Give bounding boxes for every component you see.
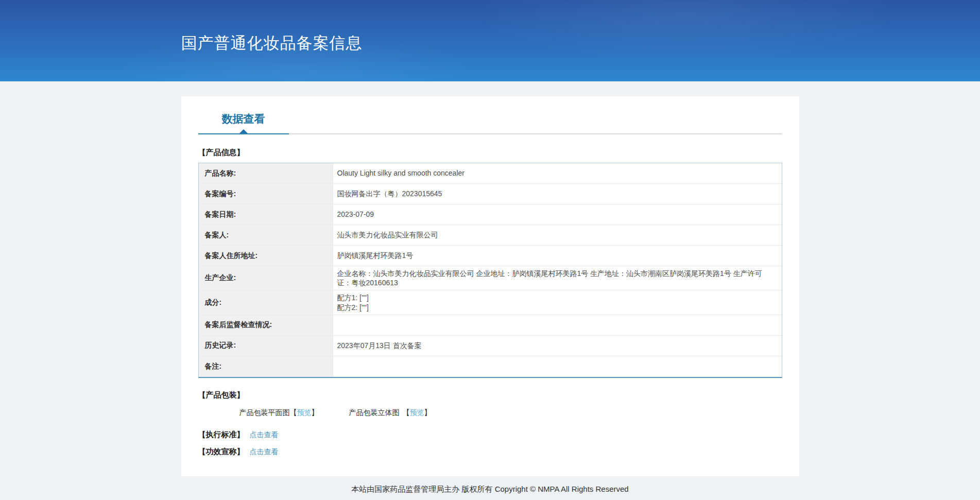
row-value-cell: 胪岗镇溪尾村环美路1号	[333, 246, 782, 266]
row-label: 成分:	[199, 290, 333, 314]
row-label: 备案后监督检查情况:	[199, 315, 333, 335]
row-label: 备案人:	[199, 225, 333, 245]
page-title: 国产普通化妆品备案信息	[181, 27, 799, 54]
row-label: 备案人住所地址:	[199, 246, 333, 266]
table-row-ingredients: 成分: 配方1: [""] 配方2: [""]	[199, 290, 782, 315]
copyright-text: 本站由国家药品监督管理局主办 版权所有 Copyright © NMPA All…	[351, 485, 628, 493]
packaging-flat-item: 产品包装平面图【预览】	[239, 408, 319, 418]
tab-data-view-label: 数据查看	[222, 113, 265, 125]
tab-active-indicator-icon	[239, 129, 248, 133]
table-row-filer: 备案人: 汕头市美力化妆品实业有限公司	[199, 225, 782, 246]
row-value-cell: 国妆网备出字（粤）2023015645	[333, 184, 782, 204]
tab-bar: 数据查看	[198, 112, 782, 134]
row-label: 生产企业:	[199, 266, 333, 290]
row-value-cell: 配方1: [""] 配方2: [""]	[333, 290, 782, 314]
table-row-remarks: 备注:	[199, 356, 782, 377]
row-label: 备案编号:	[199, 184, 333, 204]
efficacy-claim-view-link[interactable]: 点击查看	[250, 447, 279, 456]
page-header: 国产普通化妆品备案信息	[0, 0, 980, 81]
table-row-supervision-check: 备案后监督检查情况:	[199, 315, 782, 336]
row-label: 产品名称:	[199, 163, 333, 183]
packaging-flat-preview-link[interactable]: 预览	[297, 408, 312, 417]
row-label: 备注:	[199, 356, 333, 377]
packaging-stereo-label: 产品包装立体图	[349, 408, 399, 417]
product-info-heading: 【产品信息】	[198, 148, 782, 158]
row-label: 备案日期:	[199, 204, 333, 225]
tabbar-divider	[289, 133, 782, 134]
row-value: 2023年07月13日 首次备案	[337, 341, 422, 350]
table-row-filer-address: 备案人住所地址: 胪岗镇溪尾村环美路1号	[199, 246, 782, 266]
content-card: 数据查看 【产品信息】 产品名称: Olauty Light silky and…	[181, 96, 799, 476]
row-value-cell: 汕头市美力化妆品实业有限公司	[333, 225, 782, 245]
row-value: 汕头市美力化妆品实业有限公司	[337, 230, 438, 239]
row-value-cell: Olauty Light silky and smooth concealer	[333, 163, 782, 183]
row-value: 企业名称：汕头市美力化妆品实业有限公司 企业地址：胪岗镇溪尾村环美路1号 生产地…	[337, 269, 776, 287]
product-info-table: 产品名称: Olauty Light silky and smooth conc…	[198, 163, 782, 378]
table-row-product-name: 产品名称: Olauty Light silky and smooth conc…	[199, 163, 782, 184]
row-value-cell: 2023年07月13日 首次备案	[333, 336, 782, 356]
packaging-heading: 【产品包装】	[198, 390, 782, 400]
table-row-history: 历史记录: 2023年07月13日 首次备案	[199, 336, 782, 356]
row-value: 胪岗镇溪尾村环美路1号	[337, 251, 414, 260]
page-footer: 本站由国家药品监督管理局主办 版权所有 Copyright © NMPA All…	[0, 476, 980, 500]
tab-data-view[interactable]: 数据查看	[198, 112, 289, 134]
packaging-stereo-item: 产品包装立体图【预览】	[349, 408, 431, 418]
row-label: 历史记录:	[199, 336, 333, 356]
row-value: Olauty Light silky and smooth concealer	[337, 168, 465, 178]
execution-standard-view-link[interactable]: 点击查看	[250, 430, 279, 439]
packaging-stereo-preview-link[interactable]: 预览	[409, 408, 424, 417]
packaging-links-row: 产品包装平面图【预览】 产品包装立体图【预览】	[239, 408, 782, 418]
bracket-close: 】	[424, 408, 431, 417]
execution-standard-row: 【执行标准】点击查看	[198, 430, 782, 440]
table-row-manufacturer: 生产企业: 企业名称：汕头市美力化妆品实业有限公司 企业地址：胪岗镇溪尾村环美路…	[199, 266, 782, 290]
row-value: 配方1: [""] 配方2: [""]	[337, 293, 369, 312]
bracket-close: 】	[312, 408, 319, 417]
execution-standard-heading: 【执行标准】	[198, 430, 245, 439]
row-value-cell: 2023-07-09	[333, 204, 782, 225]
efficacy-claim-heading: 【功效宣称】	[198, 447, 245, 456]
row-value: 国妆网备出字（粤）2023015645	[337, 189, 442, 198]
row-value-cell	[333, 356, 782, 377]
bracket-open: 【	[290, 408, 297, 417]
table-row-filing-number: 备案编号: 国妆网备出字（粤）2023015645	[199, 184, 782, 204]
row-value-cell: 企业名称：汕头市美力化妆品实业有限公司 企业地址：胪岗镇溪尾村环美路1号 生产地…	[333, 266, 782, 290]
row-value: 2023-07-09	[337, 210, 374, 219]
row-value-cell	[333, 315, 782, 335]
bracket-open: 【	[402, 408, 409, 417]
packaging-flat-label: 产品包装平面图	[239, 408, 290, 417]
efficacy-claim-row: 【功效宣称】点击查看	[198, 447, 782, 457]
table-row-filing-date: 备案日期: 2023-07-09	[199, 204, 782, 225]
